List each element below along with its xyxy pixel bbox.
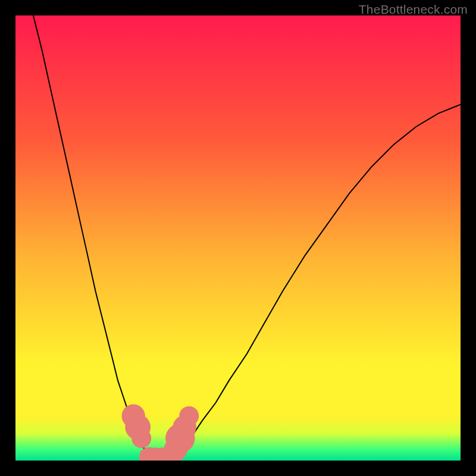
blob-left-3 [131, 428, 151, 448]
chart-svg [15, 15, 461, 461]
chart-frame: TheBottleneck.com [0, 0, 476, 476]
watermark-text: TheBottleneck.com [359, 2, 468, 17]
blob-right-4 [179, 406, 199, 426]
gradient-background [15, 15, 461, 461]
plot-area [15, 15, 461, 461]
